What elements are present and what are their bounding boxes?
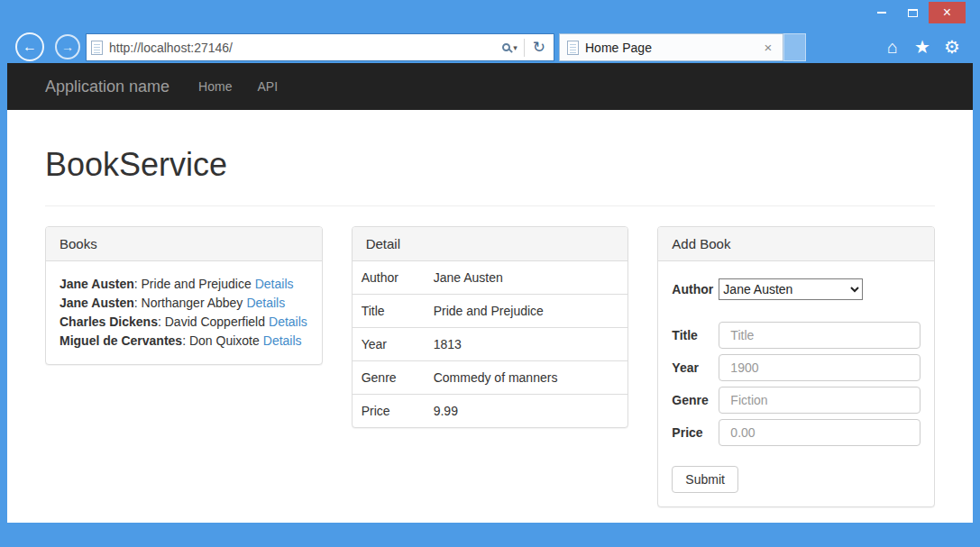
list-item: Jane Austen: Northanger AbbeyDetails bbox=[60, 294, 308, 313]
year-field-row: Year bbox=[672, 354, 920, 381]
search-button[interactable]: ▾ bbox=[496, 34, 524, 60]
submit-button[interactable]: Submit bbox=[672, 466, 738, 493]
year-input[interactable] bbox=[719, 354, 920, 381]
new-tab-button[interactable] bbox=[783, 33, 806, 61]
detail-panel-title: Detail bbox=[353, 227, 628, 261]
tab-page-icon bbox=[567, 41, 579, 55]
genre-input[interactable] bbox=[719, 387, 920, 414]
row-value: 1813 bbox=[426, 328, 628, 360]
genre-field-row: Genre bbox=[672, 387, 920, 414]
table-row: Title Pride and Prejudice bbox=[353, 294, 628, 327]
genre-label: Genre bbox=[672, 393, 719, 407]
minimize-button[interactable] bbox=[866, 2, 897, 23]
details-link[interactable]: Details bbox=[246, 296, 285, 310]
row-value: Commedy of manners bbox=[426, 361, 628, 394]
forward-button[interactable]: → bbox=[55, 34, 80, 59]
book-author: Jane Austen bbox=[60, 296, 134, 310]
close-button[interactable]: × bbox=[929, 2, 966, 23]
price-field-row: Price bbox=[672, 419, 920, 446]
title-label: Title bbox=[672, 328, 719, 342]
separator: : bbox=[182, 333, 189, 348]
row-label: Year bbox=[353, 328, 426, 360]
list-item: Charles Dickens: David CopperfieldDetail… bbox=[60, 313, 308, 332]
add-book-panel-title: Add Book bbox=[658, 227, 934, 261]
table-row: Price 9.99 bbox=[353, 394, 628, 427]
author-field-row: Author Jane Austen bbox=[672, 278, 920, 300]
refresh-button[interactable]: ↻ bbox=[525, 38, 554, 57]
title-field-row: Title bbox=[672, 322, 920, 349]
home-icon[interactable]: ⌂ bbox=[879, 33, 906, 60]
title-input[interactable] bbox=[719, 322, 920, 349]
details-link[interactable]: Details bbox=[269, 315, 307, 329]
add-book-form: Author Jane Austen Title Year bbox=[658, 261, 934, 506]
detail-panel: Detail Author Jane Austen Title Pride an… bbox=[352, 226, 629, 428]
separator: : bbox=[134, 277, 142, 291]
row-value: Pride and Prejudice bbox=[426, 295, 628, 327]
browser-tab[interactable]: Home Page × bbox=[559, 33, 783, 61]
table-row: Author Jane Austen bbox=[353, 261, 628, 294]
table-row: Year 1813 bbox=[353, 327, 628, 360]
search-caret-icon: ▾ bbox=[513, 43, 517, 52]
address-bar[interactable]: http://localhost:27146/ ▾ ↻ bbox=[86, 33, 554, 61]
book-title: Don Quixote bbox=[189, 333, 260, 348]
page-content: BookService Books Jane Austen: Pride and… bbox=[7, 147, 973, 507]
book-author: Miguel de Cervantes bbox=[60, 333, 182, 348]
books-list: Jane Austen: Pride and PrejudiceDetails … bbox=[46, 261, 322, 364]
year-label: Year bbox=[672, 360, 719, 375]
browser-window: × ← → http://localhost:27146/ ▾ ↻ Home P… bbox=[0, 0, 980, 547]
navbar: Application name Home API bbox=[7, 63, 973, 110]
author-label: Author bbox=[672, 282, 719, 296]
favorites-icon[interactable]: ★ bbox=[909, 33, 936, 60]
separator: : bbox=[158, 315, 165, 329]
price-label: Price bbox=[672, 425, 719, 440]
tab-close-icon[interactable]: × bbox=[761, 40, 775, 55]
book-author: Charles Dickens bbox=[60, 315, 158, 329]
book-author: Jane Austen bbox=[60, 277, 134, 291]
book-title: Pride and Prejudice bbox=[142, 277, 252, 291]
separator: : bbox=[134, 296, 142, 310]
list-item: Jane Austen: Pride and PrejudiceDetails bbox=[60, 275, 308, 294]
row-label: Genre bbox=[353, 361, 426, 394]
maximize-button[interactable] bbox=[897, 2, 929, 23]
page-viewport: Application name Home API BookService Bo… bbox=[7, 63, 973, 523]
window-controls: × bbox=[866, 2, 966, 23]
maximize-icon bbox=[908, 9, 918, 17]
url-text[interactable]: http://localhost:27146/ bbox=[109, 41, 496, 55]
search-icon bbox=[502, 43, 510, 51]
nav-item-home[interactable]: Home bbox=[198, 79, 232, 94]
details-link[interactable]: Details bbox=[263, 333, 302, 348]
panels-row: Books Jane Austen: Pride and PrejudiceDe… bbox=[45, 226, 935, 507]
page-icon bbox=[91, 41, 103, 55]
author-select[interactable]: Jane Austen bbox=[719, 278, 863, 300]
divider bbox=[45, 205, 935, 206]
close-icon: × bbox=[943, 5, 951, 20]
list-item: Miguel de Cervantes: Don QuixoteDetails bbox=[60, 332, 308, 351]
row-value: 9.99 bbox=[426, 395, 628, 427]
book-title: David Copperfield bbox=[165, 315, 265, 329]
row-label: Price bbox=[353, 395, 426, 427]
page-title: BookService bbox=[45, 147, 935, 183]
details-link[interactable]: Details bbox=[255, 277, 294, 291]
book-title: Northanger Abbey bbox=[142, 296, 243, 310]
forward-icon: → bbox=[61, 40, 74, 54]
back-icon: ← bbox=[23, 39, 37, 54]
row-label: Author bbox=[353, 261, 426, 294]
detail-table: Author Jane Austen Title Pride and Preju… bbox=[353, 261, 628, 427]
books-panel-title: Books bbox=[46, 227, 322, 261]
books-panel: Books Jane Austen: Pride and PrejudiceDe… bbox=[45, 226, 323, 365]
back-button[interactable]: ← bbox=[15, 32, 44, 61]
row-value: Jane Austen bbox=[426, 261, 628, 294]
settings-icon[interactable]: ⚙ bbox=[939, 33, 966, 60]
table-row: Genre Commedy of manners bbox=[353, 360, 628, 394]
tab-title: Home Page bbox=[585, 41, 761, 55]
row-label: Title bbox=[353, 295, 426, 327]
minimize-icon bbox=[877, 12, 886, 14]
price-input[interactable] bbox=[719, 419, 920, 446]
add-book-panel: Add Book Author Jane Austen Title bbox=[657, 226, 935, 507]
navbar-brand[interactable]: Application name bbox=[45, 77, 169, 96]
nav-item-api[interactable]: API bbox=[257, 79, 278, 94]
